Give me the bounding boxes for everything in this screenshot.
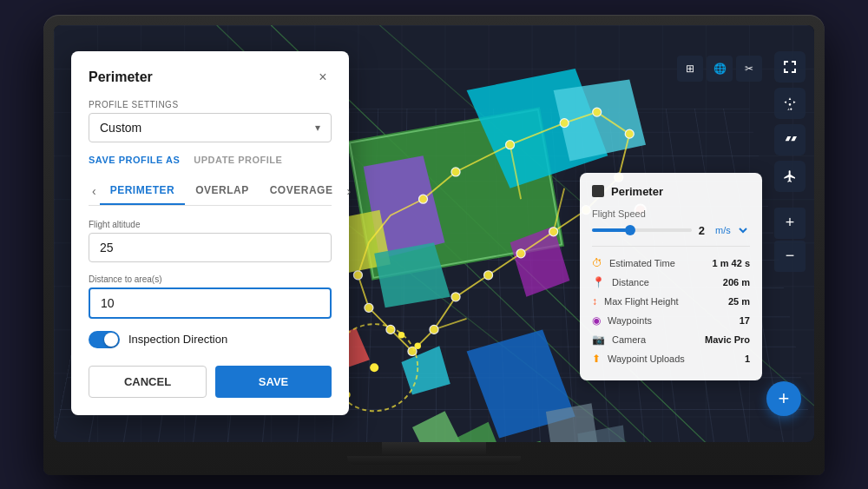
distance-value: 206 m [723,277,750,287]
info-row-camera: 📷 Camera Mavic Pro [592,330,750,349]
time-icon: ⏱ [592,257,602,269]
update-profile-button[interactable]: UPDATE PROFILE [194,155,282,165]
monitor-stand [382,442,486,456]
zoom-in-button[interactable]: + [774,208,806,239]
expand-button[interactable] [774,51,806,83]
camera-icon: 📷 [592,334,605,346]
svg-point-26 [418,195,427,203]
distance-input[interactable] [89,287,332,319]
modal-header: Perimeter × [89,69,332,86]
inspection-direction-label: Inspection Direction [128,333,227,346]
info-row-distance: 📍 Distance 206 m [592,273,750,292]
zoom-controls: + − [774,208,806,272]
tab-next-button[interactable]: › [343,181,354,202]
profile-value: Custom [100,121,141,135]
uploads-value: 1 [745,354,750,364]
tab-coverage[interactable]: COVERAGE [260,177,344,205]
speed-unit-select[interactable]: m/s km/h [712,224,750,236]
distance-group: Distance to area(s) [89,274,332,319]
top-right-icons: ⊞ 🌐 ✂ [677,56,762,82]
drone-button[interactable] [774,88,806,119]
distance-icon: 📍 [592,276,605,288]
map-area[interactable]: Perimeter × Profile settings Custom ▾ SA… [54,25,814,442]
time-value: 1 m 42 s [713,258,750,268]
flight-speed-label: Flight Speed [592,208,750,219]
info-row-waypoints: ◉ Waypoints 17 [592,311,750,330]
monitor-base [347,456,521,465]
save-button[interactable]: SAVE [215,366,332,398]
distance-label: Distance to area(s) [89,274,332,284]
perimeter-icon [592,185,604,197]
speed-slider-fill [592,228,627,232]
profile-actions: SAVE PROFILE AS UPDATE PROFILE [89,155,332,165]
globe-button[interactable]: 🌐 [707,56,733,82]
svg-point-41 [365,303,373,312]
scissors-button[interactable]: ✂ [736,56,762,82]
flight-speed-row: Flight Speed 2 m/s km/h [592,208,750,237]
tab-prev-button[interactable]: ‹ [89,181,100,202]
save-profile-button[interactable]: SAVE PROFILE AS [89,155,180,165]
profile-settings-label: Profile settings [89,100,332,109]
tab-overlap[interactable]: OVERLAP [185,177,260,205]
svg-point-35 [516,248,525,257]
monitor: Perimeter × Profile settings Custom ▾ SA… [43,15,825,475]
tabs-row: ‹ PERIMETER OVERLAP COVERAGE › [89,177,332,206]
chevron-down-icon: ▾ [315,122,320,134]
speed-value: 2 [699,224,705,237]
waypoints-value: 17 [740,315,750,326]
add-fab-button[interactable]: + [766,381,801,416]
info-row-uploads: ⬆ Waypoint Uploads 1 [592,349,750,368]
svg-point-45 [370,363,378,372]
svg-point-29 [560,118,569,127]
svg-point-36 [484,270,493,279]
info-divider [592,246,750,247]
inspection-direction-toggle[interactable] [89,331,120,348]
flight-altitude-label: Flight altitude [89,220,332,229]
svg-point-27 [451,167,460,175]
grid-view-button[interactable]: ⊞ [677,56,703,82]
svg-point-42 [353,270,362,279]
monitor-screen: Perimeter × Profile settings Custom ▾ SA… [54,25,814,442]
height-icon: ↕ [592,295,597,307]
info-row-height: ↕ Max Flight Height 25 m [592,292,750,311]
info-row-time: ⏱ Estimated Time 1 m 42 s [592,254,750,273]
speed-slider-thumb [625,225,635,235]
camera-value: Mavic Pro [705,334,750,345]
cancel-button[interactable]: CANCEL [89,366,207,398]
right-toolbar [774,51,806,192]
flight-altitude-input[interactable] [89,233,332,262]
inspection-direction-row: Inspection Direction [89,331,332,348]
zoom-out-button[interactable]: − [774,241,806,272]
modal-title: Perimeter [89,69,153,85]
waypoints-icon: ◉ [592,314,601,327]
modal-footer: CANCEL SAVE [89,366,332,398]
svg-point-46 [398,331,405,338]
svg-point-28 [506,140,515,149]
tab-perimeter[interactable]: PERIMETER [100,177,186,205]
svg-point-47 [414,342,421,349]
flight-altitude-group: Flight altitude [89,220,332,262]
toggle-knob [104,333,118,347]
speed-control: 2 m/s km/h [592,224,750,237]
svg-point-30 [593,108,602,116]
svg-point-38 [430,325,438,334]
flight-path-button[interactable] [774,161,806,192]
svg-point-37 [451,292,460,301]
speed-slider[interactable] [592,228,692,232]
perimeter-modal: Perimeter × Profile settings Custom ▾ SA… [71,51,349,415]
uploads-icon: ⬆ [592,353,601,365]
info-panel: Perimeter Flight Speed 2 m/s km/h [580,173,762,380]
modal-close-button[interactable]: × [314,69,332,86]
profile-settings-group: Profile settings Custom ▾ [89,100,332,142]
height-value: 25 m [728,296,750,307]
profile-dropdown[interactable]: Custom ▾ [89,113,332,142]
svg-point-31 [625,129,634,138]
info-panel-title: Perimeter [592,185,750,198]
svg-point-34 [549,227,558,235]
terrain-button[interactable] [774,124,806,155]
